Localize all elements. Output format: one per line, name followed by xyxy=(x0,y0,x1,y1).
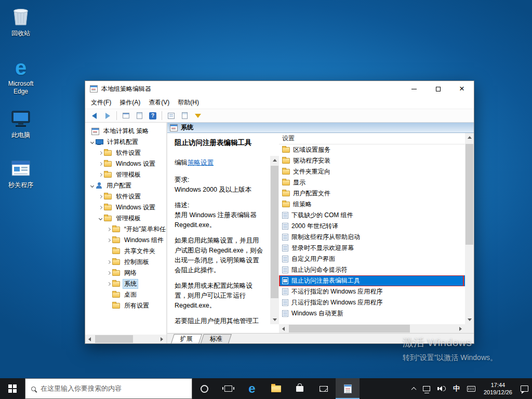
chevron-right-icon[interactable] xyxy=(98,152,103,154)
volume-button[interactable] xyxy=(434,378,449,399)
menu-view[interactable]: 查看(V) xyxy=(144,97,174,109)
setting-row[interactable]: 文件夹重定向 xyxy=(279,166,465,177)
chevron-right-icon[interactable] xyxy=(98,206,103,209)
ime-button[interactable]: 中 xyxy=(449,378,463,399)
scrollbar-thumb[interactable] xyxy=(95,335,133,343)
chevron-right-icon[interactable] xyxy=(106,283,111,285)
network-button[interactable] xyxy=(419,378,434,399)
desktop-icon-recycle-bin[interactable]: 回收站 xyxy=(1,6,41,37)
scroll-right-button[interactable] xyxy=(456,324,465,333)
menu-action[interactable]: 操作(A) xyxy=(115,97,144,109)
menu-file[interactable]: 文件(F) xyxy=(87,97,115,109)
setting-row[interactable]: 显示 xyxy=(279,177,465,188)
scrollbar-track[interactable] xyxy=(94,335,157,343)
scroll-up-button[interactable] xyxy=(270,156,279,165)
chevron-down-icon[interactable] xyxy=(89,141,95,143)
refresh-button[interactable] xyxy=(178,110,191,122)
help-button[interactable]: ? xyxy=(147,110,159,122)
gpedit-taskbar-button[interactable] xyxy=(336,378,360,399)
file-explorer-button[interactable] xyxy=(264,378,288,399)
tree-item-desktop[interactable]: 桌面 xyxy=(85,289,166,300)
tree-item-network[interactable]: 网络 xyxy=(85,268,166,278)
scroll-left-button[interactable] xyxy=(85,335,94,343)
setting-row[interactable]: 下载缺少的 COM 组件 xyxy=(279,210,465,221)
export-list-button[interactable] xyxy=(133,110,145,122)
chevron-right-icon[interactable] xyxy=(106,272,111,274)
chevron-right-icon[interactable] xyxy=(98,195,103,198)
detail-vertical-scrollbar[interactable] xyxy=(270,133,279,324)
scroll-down-button[interactable] xyxy=(270,315,279,324)
chevron-right-icon[interactable] xyxy=(106,228,111,231)
forward-button[interactable] xyxy=(101,110,114,122)
scrollbar-track[interactable] xyxy=(465,142,474,315)
setting-row[interactable]: Windows 自动更新 xyxy=(279,308,465,319)
tab-standard[interactable]: 标准 xyxy=(201,334,232,343)
settings-column-header[interactable]: 设置 xyxy=(279,133,465,144)
chevron-right-icon[interactable] xyxy=(106,239,111,242)
scrollbar-thumb[interactable] xyxy=(289,325,410,332)
window-titlebar[interactable]: 本地组策略编辑器 × xyxy=(85,81,474,97)
list-vertical-scrollbar[interactable] xyxy=(465,133,474,324)
action-center-button[interactable] xyxy=(517,378,532,399)
scrollbar-track[interactable] xyxy=(270,165,279,315)
tree-item-user-config[interactable]: 用户配置 xyxy=(85,180,166,191)
setting-row[interactable]: 限制这些程序从帮助启动 xyxy=(279,232,465,243)
tree-item-software-settings[interactable]: 软件设置 xyxy=(85,148,166,158)
close-button[interactable]: × xyxy=(450,81,474,97)
setting-row[interactable]: 登录时不显示欢迎屏幕 xyxy=(279,243,465,254)
tree-item-windows-components[interactable]: Windows 组件 xyxy=(85,235,166,246)
chevron-down-icon[interactable] xyxy=(89,184,95,187)
touch-keyboard-button[interactable] xyxy=(463,378,479,399)
tree-item-admin-templates-user[interactable]: 管理模板 xyxy=(85,213,166,224)
properties-button[interactable] xyxy=(165,110,177,122)
setting-row[interactable]: 驱动程序安装 xyxy=(279,155,465,166)
setting-row[interactable]: 自定义用户界面 xyxy=(279,254,465,264)
setting-row[interactable]: 用户配置文件 xyxy=(279,188,465,199)
task-view-button[interactable] xyxy=(216,378,240,399)
setting-row-selected[interactable]: 阻止访问注册表编辑工具 xyxy=(279,275,465,286)
store-button[interactable] xyxy=(288,378,312,399)
tree-item-local-policy[interactable]: 本地计算机 策略 xyxy=(85,126,166,137)
maximize-button[interactable] xyxy=(426,81,450,97)
filter-button[interactable] xyxy=(192,110,204,122)
show-console-tree-button[interactable] xyxy=(119,110,132,122)
start-button[interactable] xyxy=(0,378,25,399)
desktop-icon-app[interactable]: 秒关程序 xyxy=(1,160,41,189)
setting-row[interactable]: 不运行指定的 Windows 应用程序 xyxy=(279,286,465,297)
scrollbar-thumb[interactable] xyxy=(466,144,473,245)
mail-button[interactable] xyxy=(312,378,336,399)
tree-item-windows-settings[interactable]: Windows 设置 xyxy=(85,158,166,169)
taskbar-search-box[interactable]: 在这里输入你要搜索的内容 xyxy=(25,378,192,399)
tree-item-start-menu-taskbar[interactable]: “开始”菜单和任务栏 xyxy=(85,224,166,235)
chevron-right-icon[interactable] xyxy=(106,261,111,263)
tray-overflow-button[interactable] xyxy=(408,378,419,399)
tree-item-windows-settings-user[interactable]: Windows 设置 xyxy=(85,202,166,213)
tree-item-system[interactable]: 系统 xyxy=(85,278,166,289)
desktop-icon-this-pc[interactable]: 此电脑 xyxy=(1,110,41,139)
tree-item-control-panel[interactable]: 控制面板 xyxy=(85,257,166,268)
tree-horizontal-scrollbar[interactable] xyxy=(85,335,166,343)
setting-row[interactable]: 区域设置服务 xyxy=(279,144,465,155)
tree-item-shared-folders[interactable]: 共享文件夹 xyxy=(85,246,166,257)
edit-policy-link[interactable]: 策略设置 xyxy=(188,159,214,166)
tab-extended[interactable]: 扩展 xyxy=(171,334,202,343)
desktop-icon-edge[interactable]: e Microsoft Edge xyxy=(1,57,41,96)
scroll-right-button[interactable] xyxy=(157,335,166,343)
tree-item-admin-templates[interactable]: 管理模板 xyxy=(85,169,166,180)
menu-help[interactable]: 帮助(H) xyxy=(174,97,203,109)
tree-item-software-settings-user[interactable]: 软件设置 xyxy=(85,191,166,202)
tree-item-computer-config[interactable]: 计算机配置 xyxy=(85,137,166,148)
cortana-button[interactable] xyxy=(192,378,216,399)
scroll-down-button[interactable] xyxy=(465,315,474,324)
taskbar-edge-button[interactable]: e xyxy=(240,378,264,399)
back-button[interactable] xyxy=(88,110,100,122)
scroll-up-button[interactable] xyxy=(465,133,474,142)
setting-row[interactable]: 2000 年世纪转译 xyxy=(279,221,465,232)
tree-item-all-settings[interactable]: 所有设置 xyxy=(85,300,166,311)
setting-row[interactable]: 组策略 xyxy=(279,199,465,210)
chevron-down-icon[interactable] xyxy=(98,217,103,220)
setting-row[interactable]: 只运行指定的 Windows 应用程序 xyxy=(279,297,465,308)
scrollbar-track[interactable] xyxy=(288,324,456,333)
chevron-right-icon[interactable] xyxy=(98,174,103,176)
scrollbar-thumb[interactable] xyxy=(271,166,278,298)
